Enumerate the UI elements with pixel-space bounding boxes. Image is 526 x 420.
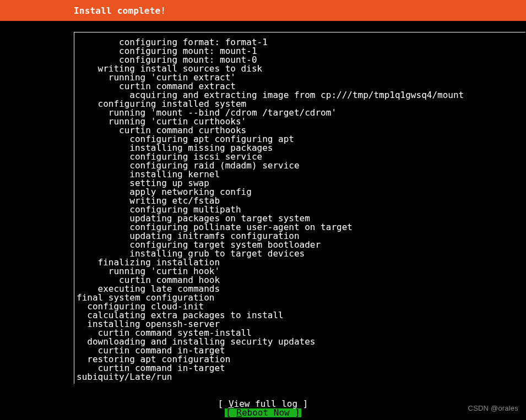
install-log-text: configuring format: format-1 configuring… (77, 38, 523, 381)
title-bar: Install complete! (0, 0, 526, 21)
action-buttons: [ View full log ] [ Reboot Now ] (0, 400, 526, 417)
install-log-panel: configuring format: format-1 configuring… (74, 32, 525, 384)
reboot-now-hotkey: R (236, 407, 242, 418)
page-title: Install complete! (74, 6, 166, 16)
reboot-now-button[interactable]: [ Reboot Now ] (225, 408, 301, 417)
watermark: CSDN @orales (468, 404, 518, 412)
